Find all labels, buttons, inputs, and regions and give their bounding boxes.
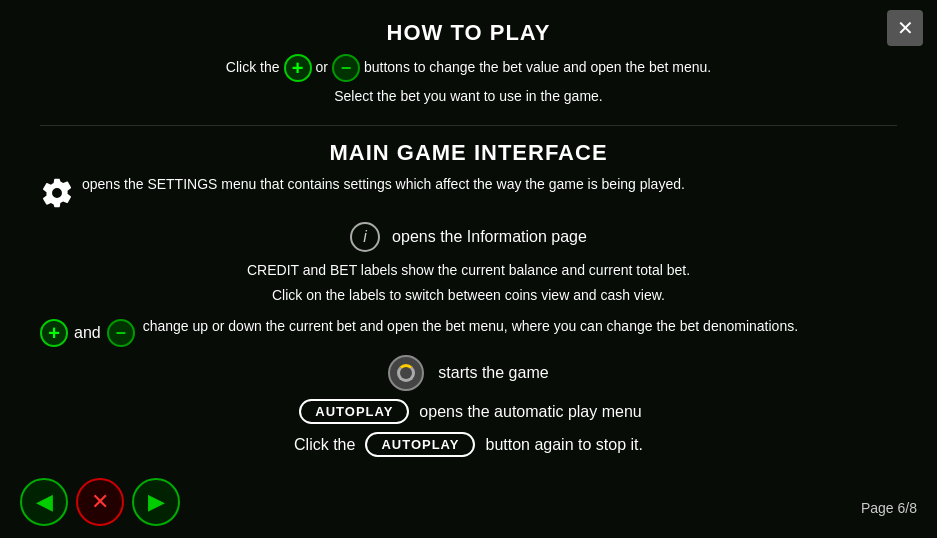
main-game-interface-section: MAIN GAME INTERFACE opens the SETTINGS m… [40, 140, 897, 465]
minus-button-inline[interactable]: − [332, 54, 360, 82]
plus-minus-icons: + and − [40, 319, 135, 347]
autoplay-stop-description: button again to stop it. [485, 436, 642, 454]
close-icon: ✕ [897, 16, 914, 40]
spin-row: starts the game [40, 355, 897, 391]
pm-description: change up or down the current bet and op… [143, 316, 798, 337]
gear-icon [40, 176, 74, 210]
credit-bet-line1: CREDIT and BET labels show the current b… [40, 260, 897, 281]
autoplay-pill[interactable]: AUTOPLAY [299, 399, 409, 424]
info-row: i opens the Information page [40, 222, 897, 252]
click-the-label1: Click the [226, 55, 280, 80]
plus-button-inline[interactable]: + [284, 54, 312, 82]
how-to-play-title: HOW TO PLAY [40, 20, 897, 46]
info-description: opens the Information page [392, 228, 587, 246]
click-the-label2: Click the [294, 436, 355, 454]
minus-button[interactable]: − [107, 319, 135, 347]
spin-icon [388, 355, 424, 391]
autoplay-description: opens the automatic play menu [419, 403, 641, 421]
spin-inner-circle [397, 364, 415, 382]
and-label: and [74, 324, 101, 342]
spin-description: starts the game [438, 364, 548, 382]
bet-change-text: buttons to change the bet value and open… [364, 55, 711, 80]
close-button[interactable]: ✕ [887, 10, 923, 46]
or-label: or [316, 55, 328, 80]
how-to-play-section: HOW TO PLAY Click the + or − buttons to … [40, 20, 897, 111]
plus-minus-row: + and − change up or down the current be… [40, 316, 897, 347]
how-to-play-line2: Select the bet you want to use in the ga… [40, 86, 897, 107]
settings-description: opens the SETTINGS menu that contains se… [82, 174, 685, 195]
credit-bet-line2: Click on the labels to switch between co… [40, 285, 897, 306]
autoplay-stop-pill[interactable]: AUTOPLAY [365, 432, 475, 457]
how-to-play-line1: Click the + or − buttons to change the b… [40, 54, 897, 82]
settings-row: opens the SETTINGS menu that contains se… [40, 174, 897, 214]
gear-icon-wrap [40, 176, 74, 214]
autoplay-stop-row: Click the AUTOPLAY button again to stop … [40, 432, 897, 457]
info-icon: i [350, 222, 380, 252]
plus-button[interactable]: + [40, 319, 68, 347]
main-interface-title: MAIN GAME INTERFACE [40, 140, 897, 166]
modal-content: HOW TO PLAY Click the + or − buttons to … [0, 0, 937, 538]
autoplay-row: AUTOPLAY opens the automatic play menu [40, 399, 897, 424]
divider1 [40, 125, 897, 126]
